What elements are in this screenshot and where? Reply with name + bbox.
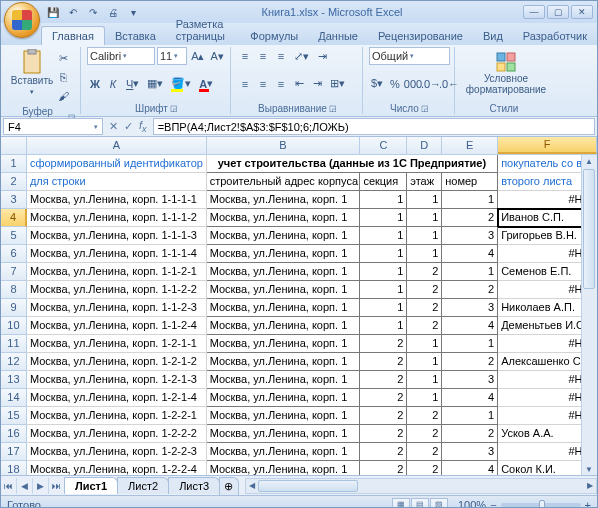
cell[interactable]: Москва, ул.Ленина, корп. 1-2-2-2	[27, 425, 207, 443]
cell[interactable]: Москва, ул.Ленина, корп. 1-1-1-4	[27, 245, 207, 263]
cell[interactable]: Москва, ул.Ленина, корп. 1-2-1-1	[27, 335, 207, 353]
cell[interactable]: 1	[407, 209, 442, 227]
cell[interactable]: 1	[407, 245, 442, 263]
office-button[interactable]	[4, 2, 40, 38]
scroll-down-icon[interactable]: ▼	[582, 463, 596, 475]
hscroll-thumb[interactable]	[258, 480, 358, 492]
fill-color-button[interactable]: 🪣▾	[168, 75, 194, 93]
border-button[interactable]: ▦▾	[144, 75, 166, 93]
cell[interactable]: 2	[360, 353, 407, 371]
cell[interactable]: Москва, ул.Ленина, корп. 1	[207, 209, 361, 227]
decrease-decimal-button[interactable]: .0←	[441, 75, 457, 93]
row-header[interactable]: 17	[1, 443, 27, 461]
cell[interactable]: 4	[442, 389, 498, 407]
cell[interactable]: 4	[442, 317, 498, 335]
font-size-combo[interactable]: 11▾	[157, 47, 187, 65]
row-header[interactable]: 16	[1, 425, 27, 443]
tab-nav-last-icon[interactable]: ⏭	[49, 478, 65, 494]
cell[interactable]: 2	[360, 461, 407, 475]
align-right-button[interactable]: ≡	[273, 75, 289, 93]
maximize-button[interactable]: ▢	[547, 5, 569, 19]
cell[interactable]: 1	[407, 191, 442, 209]
cell[interactable]: 1	[407, 335, 442, 353]
cell[interactable]: 4	[442, 245, 498, 263]
cell[interactable]: Москва, ул.Ленина, корп. 1	[207, 263, 361, 281]
sheet-tab-1[interactable]: Лист1	[64, 477, 118, 494]
cell[interactable]: 2	[407, 281, 442, 299]
cell[interactable]: Москва, ул.Ленина, корп. 1-1-1-1	[27, 191, 207, 209]
merge-button[interactable]: ⊞▾	[327, 75, 348, 93]
new-sheet-button[interactable]: ⊕	[219, 477, 239, 495]
align-middle-button[interactable]: ≡	[255, 47, 271, 65]
wrap-text-button[interactable]: ⇥	[314, 47, 330, 65]
align-launcher-icon[interactable]: ◲	[329, 104, 337, 113]
view-page-break-button[interactable]: ▧	[430, 498, 448, 509]
cell[interactable]: Москва, ул.Ленина, корп. 1-1-1-2	[27, 209, 207, 227]
vertical-scrollbar[interactable]: ▲ ▼	[581, 155, 597, 475]
cell[interactable]: 1	[360, 209, 407, 227]
scroll-left-icon[interactable]: ◀	[246, 479, 258, 493]
cell[interactable]: 2	[407, 299, 442, 317]
scroll-up-icon[interactable]: ▲	[582, 155, 596, 167]
cell[interactable]: этаж	[407, 173, 442, 191]
sheet-tab-2[interactable]: Лист2	[117, 477, 169, 494]
qat-dropdown-icon[interactable]: ▾	[125, 4, 141, 20]
cell[interactable]: 2	[360, 407, 407, 425]
cell[interactable]: 1	[360, 227, 407, 245]
cell[interactable]: Москва, ул.Ленина, корп. 1	[207, 407, 361, 425]
save-icon[interactable]: 💾	[45, 4, 61, 20]
cell[interactable]: 1	[442, 335, 498, 353]
vscroll-thumb[interactable]	[583, 169, 595, 289]
italic-button[interactable]: К	[105, 75, 121, 93]
increase-decimal-button[interactable]: .0→	[423, 75, 439, 93]
increase-indent-button[interactable]: ⇥	[309, 75, 325, 93]
cell[interactable]: 1	[407, 353, 442, 371]
comma-button[interactable]: 000	[405, 75, 421, 93]
cell[interactable]: сформированный идентификатор для строки	[27, 155, 207, 173]
col-header-c[interactable]: C	[360, 137, 407, 154]
tab-insert[interactable]: Вставка	[105, 27, 166, 45]
underline-button[interactable]: Ч▾	[123, 75, 142, 93]
tab-page-layout[interactable]: Разметка страницы	[166, 15, 241, 45]
horizontal-scrollbar[interactable]: ◀ ▶	[245, 478, 597, 494]
cell[interactable]: Москва, ул.Ленина, корп. 1	[207, 443, 361, 461]
tab-developer[interactable]: Разработчик	[513, 27, 597, 45]
tab-data[interactable]: Данные	[308, 27, 368, 45]
view-page-layout-button[interactable]: ▤	[411, 498, 429, 509]
row-header[interactable]: 14	[1, 389, 27, 407]
tab-formulas[interactable]: Формулы	[240, 27, 308, 45]
select-all-button[interactable]	[1, 137, 27, 154]
minimize-button[interactable]: ―	[523, 5, 545, 19]
number-launcher-icon[interactable]: ◲	[421, 104, 429, 113]
number-format-combo[interactable]: Общий▾	[369, 47, 450, 65]
row-header[interactable]: 5	[1, 227, 27, 245]
cell[interactable]: Москва, ул.Ленина, корп. 1-2-2-1	[27, 407, 207, 425]
fx-icon[interactable]: fx	[139, 119, 147, 134]
sheet-tab-3[interactable]: Лист3	[168, 477, 220, 494]
conditional-formatting-button[interactable]: Условное форматирование	[461, 47, 551, 99]
row-header[interactable]: 4	[1, 209, 27, 227]
shrink-font-button[interactable]: A▾	[209, 47, 226, 65]
cell[interactable]: 2	[360, 389, 407, 407]
cell[interactable]: 1	[442, 191, 498, 209]
close-button[interactable]: ✕	[571, 5, 593, 19]
font-color-button[interactable]: A▾	[196, 75, 216, 93]
undo-icon[interactable]: ↶	[65, 4, 81, 20]
cell[interactable]: строительный адрес корпуса	[207, 173, 361, 191]
col-header-a[interactable]: A	[27, 137, 207, 154]
cell[interactable]: 1	[442, 263, 498, 281]
row-header[interactable]: 9	[1, 299, 27, 317]
cell[interactable]: 2	[407, 317, 442, 335]
tab-nav-first-icon[interactable]: ⏮	[1, 478, 17, 494]
cell[interactable]: Москва, ул.Ленина, корп. 1	[207, 191, 361, 209]
cell[interactable]: 2	[407, 461, 442, 475]
col-header-b[interactable]: B	[207, 137, 361, 154]
row-header[interactable]: 10	[1, 317, 27, 335]
tab-home[interactable]: Главная	[41, 26, 105, 45]
font-name-combo[interactable]: Calibri▾	[87, 47, 155, 65]
cell[interactable]: Москва, ул.Ленина, корп. 1	[207, 461, 361, 475]
cell[interactable]: Москва, ул.Ленина, корп. 1-1-2-1	[27, 263, 207, 281]
tab-review[interactable]: Рецензирование	[368, 27, 473, 45]
redo-icon[interactable]: ↷	[85, 4, 101, 20]
cell[interactable]: Москва, ул.Ленина, корп. 1	[207, 425, 361, 443]
